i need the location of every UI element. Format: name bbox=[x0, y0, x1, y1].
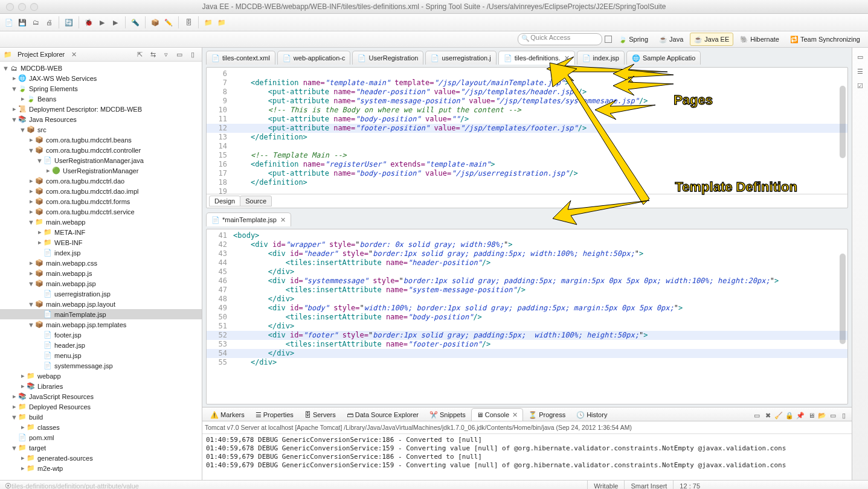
tree-main-layout[interactable]: main.webapp.jsp.layout bbox=[46, 301, 115, 308]
open-task-button[interactable]: ✏️ bbox=[163, 17, 174, 28]
close-tab-icon[interactable]: ✕ bbox=[280, 216, 286, 224]
tree-jaxws[interactable]: JAX-WS Web Services bbox=[29, 75, 97, 82]
tree-web-inf[interactable]: WEB-INF bbox=[54, 239, 82, 246]
tree-header[interactable]: header.jsp bbox=[54, 342, 85, 349]
tasks-icon[interactable]: ☑ bbox=[855, 80, 866, 91]
perspective-java-ee[interactable]: ☕Java EE bbox=[690, 33, 733, 46]
terminate-icon[interactable]: ▭ bbox=[751, 410, 762, 421]
tree-pkg-daoimpl[interactable]: com.ora.tugbu.mdcctrl.dao.impl bbox=[46, 188, 138, 195]
tab-userregistration-j[interactable]: 📄userregistration.j bbox=[425, 51, 496, 65]
scroll-lock-icon[interactable]: 🔒 bbox=[784, 410, 795, 421]
tree-main-css[interactable]: main.webapp.css bbox=[46, 260, 97, 267]
tree-webapp-folder[interactable]: webapp bbox=[37, 372, 61, 380]
tree-meta-inf[interactable]: META-INF bbox=[54, 229, 85, 236]
relaunch-button[interactable]: 🔄 bbox=[63, 17, 74, 28]
tiles-definitions-editor[interactable]: 6 7 <definition name="template-main" tem… bbox=[206, 67, 848, 208]
tab-tiles-context[interactable]: 📄tiles-context.xml bbox=[206, 51, 275, 65]
outline-icon[interactable]: ☰ bbox=[855, 66, 866, 77]
perspective-team-sync[interactable]: 🔁Team Synchronizing bbox=[786, 33, 864, 46]
run-button[interactable]: ▶ bbox=[97, 17, 108, 28]
tab-sample-app[interactable]: 🌐Sample Applicatio bbox=[626, 51, 701, 65]
tree-main-templates[interactable]: main.webapp.jsp.templates bbox=[46, 321, 126, 328]
tree-js-resources[interactable]: JavaScript Resources bbox=[29, 393, 94, 400]
maximize-view-icon[interactable]: ▯ bbox=[187, 49, 198, 60]
remove-launch-icon[interactable]: ✖ bbox=[762, 410, 773, 421]
tree-java-resources[interactable]: Java Resources bbox=[29, 116, 77, 123]
source-tab[interactable]: Source bbox=[240, 196, 272, 206]
quick-access-input[interactable]: Quick Access bbox=[518, 33, 602, 45]
btab-markers[interactable]: ⚠️Markers bbox=[205, 408, 250, 421]
tab-maintemplate-jsp[interactable]: 📄*mainTemplate.jsp✕ bbox=[206, 213, 291, 226]
save-all-button[interactable]: 🗂 bbox=[30, 17, 41, 28]
tab-web-application[interactable]: 📄web-application-c bbox=[277, 51, 351, 65]
run-last-button[interactable]: ▶ bbox=[110, 17, 121, 28]
new-button[interactable]: 📄 bbox=[4, 17, 14, 28]
perspective-java[interactable]: ☕Java bbox=[655, 33, 687, 46]
code-area-top[interactable]: 6 7 <definition name="template-main" tem… bbox=[207, 68, 847, 194]
nav-folder-icon[interactable]: 📁 bbox=[203, 17, 214, 28]
tree-main-webapp[interactable]: main.webapp bbox=[46, 219, 85, 226]
collapse-all-icon[interactable]: ⇱ bbox=[134, 49, 145, 60]
tree-target[interactable]: target bbox=[29, 444, 46, 452]
tree-classes[interactable]: classes bbox=[37, 424, 60, 431]
pin-console-icon[interactable]: 📌 bbox=[795, 410, 806, 421]
tree-pkg-controller[interactable]: com.ora.tugbu.mdcctrl.controller bbox=[46, 147, 141, 154]
scrollbar-thumb[interactable] bbox=[840, 254, 846, 344]
scrollbar-thumb[interactable] bbox=[840, 86, 846, 158]
open-type-button[interactable]: 📦 bbox=[150, 17, 161, 28]
tree-project[interactable]: MDCDB-WEB bbox=[21, 65, 62, 72]
tree-maintemplate[interactable]: mainTemplate.jsp bbox=[54, 311, 106, 318]
tree-deploy-desc[interactable]: Deployment Descriptor: MDCDB-WEB bbox=[29, 106, 142, 113]
display-console-icon[interactable]: 🖥 bbox=[806, 410, 817, 421]
close-icon[interactable]: ✕ bbox=[512, 411, 518, 419]
tab-user-registration[interactable]: 📄UserRegistration bbox=[352, 51, 423, 65]
close-tab-icon[interactable]: ✕ bbox=[564, 54, 570, 62]
project-tree[interactable]: ▼🗂MDCDB-WEB ▸🌐JAX-WS Web Services ▼🍃Spri… bbox=[0, 62, 202, 480]
btab-properties[interactable]: ☰Properties bbox=[250, 408, 299, 421]
tree-deployed-resources[interactable]: Deployed Resources bbox=[29, 403, 91, 411]
btab-console[interactable]: 🖥Console ✕ bbox=[471, 408, 523, 421]
tree-footer[interactable]: footer.jsp bbox=[54, 331, 82, 339]
tree-main-js[interactable]: main.webapp.js bbox=[46, 270, 92, 277]
tree-pom[interactable]: pom.xml bbox=[29, 434, 54, 441]
tree-beans[interactable]: Beans bbox=[37, 95, 56, 103]
code-area-bottom[interactable]: 41<body> 42 <div id="wrapper" style="bor… bbox=[207, 229, 847, 404]
minimize-view-icon[interactable]: ▭ bbox=[174, 49, 185, 60]
tab-index-jsp[interactable]: 📄index.jsp bbox=[577, 51, 625, 65]
view-menu-icon[interactable]: ▿ bbox=[161, 49, 172, 60]
clear-console-icon[interactable]: 🧹 bbox=[773, 410, 784, 421]
tree-menu[interactable]: menu.jsp bbox=[54, 352, 82, 359]
maximize-view-icon[interactable]: ▯ bbox=[838, 410, 849, 421]
tree-build[interactable]: build bbox=[29, 414, 43, 421]
tree-src[interactable]: src bbox=[37, 126, 47, 133]
design-tab[interactable]: Design bbox=[209, 196, 240, 206]
restore-icon[interactable]: ▭ bbox=[855, 51, 866, 62]
maintemplate-editor[interactable]: 41<body> 42 <div id="wrapper" style="bor… bbox=[206, 229, 848, 404]
tree-index-jsp[interactable]: index.jsp bbox=[54, 249, 80, 257]
tree-pkg-service[interactable]: com.ora.tugbu.mdcctrl.service bbox=[46, 208, 135, 216]
debug-button[interactable]: 🐞 bbox=[83, 17, 94, 28]
console-output[interactable]: 01:40:59,678 DEBUG GenericConversionServ… bbox=[202, 434, 852, 480]
btab-snippets[interactable]: ✂️Snippets bbox=[424, 408, 471, 421]
tree-libraries[interactable]: Libraries bbox=[37, 383, 63, 390]
new-server-icon[interactable]: 🗄 bbox=[183, 17, 194, 28]
link-editor-icon[interactable]: ⇆ bbox=[147, 49, 158, 60]
tree-main-jsp[interactable]: main.webapp.jsp bbox=[46, 280, 96, 287]
tree-urm-class[interactable]: UserRegistrationManager bbox=[63, 167, 138, 174]
btab-servers[interactable]: 🗄Servers bbox=[299, 408, 341, 421]
tree-ur-jsp[interactable]: userregistration.jsp bbox=[54, 290, 111, 298]
perspective-spring[interactable]: 🍃Spring bbox=[614, 33, 652, 46]
tree-spring-elements[interactable]: Spring Elements bbox=[29, 85, 78, 92]
btab-history[interactable]: 🕓History bbox=[571, 408, 612, 421]
minimize-view-icon[interactable]: ▭ bbox=[828, 410, 838, 421]
perspective-hibernate[interactable]: 🐘Hibernate bbox=[736, 33, 783, 46]
btab-progress[interactable]: ⏳Progress bbox=[523, 408, 571, 421]
open-perspective-icon[interactable] bbox=[605, 36, 612, 43]
tree-pkg-beans[interactable]: com.ora.tugbu.mdcctrl.beans bbox=[46, 136, 132, 144]
open-console-icon[interactable]: 📂 bbox=[817, 410, 828, 421]
tree-pkg-forms[interactable]: com.ora.tugbu.mdcctrl.forms bbox=[46, 198, 130, 205]
tree-gen-sources[interactable]: generated-sources bbox=[37, 455, 93, 462]
save-button[interactable]: 💾 bbox=[17, 17, 28, 28]
print-button[interactable]: 🖨 bbox=[43, 17, 54, 28]
btab-dse[interactable]: 🗃Data Source Explorer bbox=[341, 408, 424, 421]
